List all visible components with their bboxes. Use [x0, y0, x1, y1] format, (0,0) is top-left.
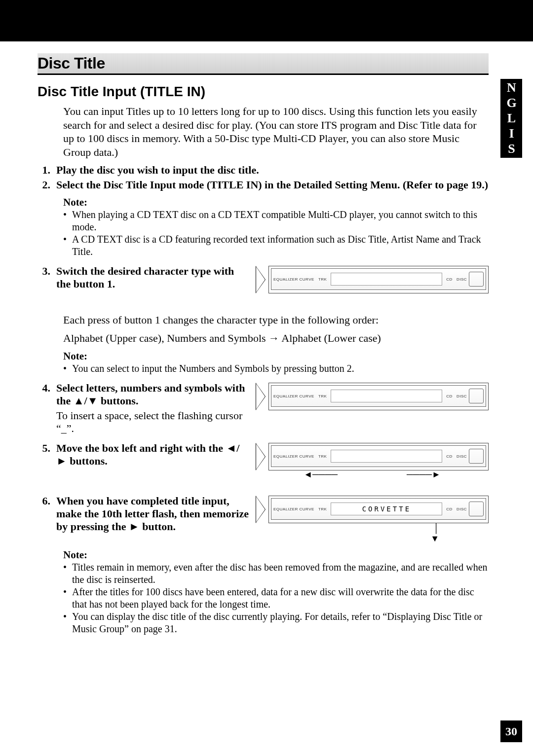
step-text: Select the Disc Title Input mode (TITLE …: [56, 179, 489, 191]
step-3-row: 3. Switch the desired character type wit…: [38, 265, 489, 293]
step-4-row: 4. Select letters, numbers and symbols w…: [38, 382, 489, 435]
device-knob: [469, 502, 484, 516]
note-text: Titles remain in memory, even after the …: [72, 561, 489, 586]
step-number: 1.: [38, 164, 50, 177]
step-number: 2.: [38, 179, 50, 191]
note-item: •You can select to input the Numbers and…: [63, 362, 489, 375]
step-3-followup-2: Alphabet (Upper case), Numbers and Symbo…: [63, 331, 489, 346]
step-6-text: When you have completed title input, mak…: [56, 495, 250, 533]
step-2: 2. Select the Disc Title Input mode (TIT…: [38, 179, 489, 191]
device-illustration-3: EQUALIZER CURVE TRK CD DISC: [256, 265, 489, 293]
left-right-arrows-icon: ◄────────►: [256, 469, 489, 480]
note-list-1: •When playing a CD TEXT disc on a CD TEX…: [63, 209, 489, 258]
cd-label: CD: [444, 507, 455, 511]
disc-label: DISC: [455, 277, 469, 282]
device-display: [331, 390, 442, 402]
device-knob: [469, 272, 484, 287]
note-item: •You can display the disc title of the d…: [63, 611, 489, 635]
pointer-icon: [256, 443, 266, 470]
step-4-subtext: To insert a space, select the flashing c…: [56, 409, 250, 435]
step-number: 3.: [38, 265, 50, 290]
note-list-2: •You can select to input the Numbers and…: [63, 362, 489, 375]
step-number: 6.: [38, 495, 50, 533]
step-3-followup-1: Each press of button 1 changes the chara…: [63, 313, 489, 327]
subsection-title: Disc Title Input (TITLE IN): [38, 84, 489, 100]
step-list: 1. Play the disc you wish to input the d…: [38, 164, 489, 191]
note-list-3: •Titles remain in memory, even after the…: [63, 561, 489, 635]
note-text: After the titles for 100 discs have been…: [72, 586, 489, 611]
pointer-icon: [256, 496, 266, 523]
device-display: [331, 273, 442, 286]
eq-label: EQUALIZER CURVE: [271, 507, 316, 511]
note-item: •A CD TEXT disc is a CD featuring record…: [63, 233, 489, 258]
step-1: 1. Play the disc you wish to input the d…: [38, 164, 489, 177]
device-display: [331, 450, 442, 463]
note-item: •After the titles for 100 discs have bee…: [63, 586, 489, 611]
step-5-text: Move the box left and right with the ◄/►…: [56, 442, 250, 468]
step-number: 5.: [38, 442, 50, 468]
note-item: •When playing a CD TEXT disc on a CD TEX…: [63, 209, 489, 233]
note-label: Note:: [63, 350, 489, 362]
step-3-text: Switch the desired character type with t…: [56, 265, 250, 290]
note-text: When playing a CD TEXT disc on a CD TEXT…: [72, 209, 489, 233]
trk-label: TRK: [316, 454, 329, 459]
step-5-row: 5. Move the box left and right with the …: [38, 442, 489, 480]
device-knob: [469, 389, 484, 403]
down-arrow-icon: │▼: [256, 523, 489, 544]
pointer-icon: [256, 383, 266, 410]
intro-paragraph: You can input Titles up to 10 letters lo…: [63, 105, 489, 159]
eq-label: EQUALIZER CURVE: [271, 454, 316, 459]
disc-label: DISC: [455, 507, 469, 511]
pointer-icon: [256, 266, 266, 293]
note-item: •Titles remain in memory, even after the…: [63, 561, 489, 586]
disc-label: DISC: [455, 394, 469, 398]
page-number: 30: [500, 720, 522, 742]
cd-label: CD: [444, 394, 455, 398]
trk-label: TRK: [316, 394, 329, 398]
step-4-text: Select letters, numbers and symbols with…: [56, 382, 250, 407]
language-tab: ENGLISH: [500, 79, 522, 158]
device-illustration-6: EQUALIZER CURVE TRK CORVETTE CD DISC │▼: [256, 495, 489, 544]
trk-label: TRK: [316, 277, 329, 282]
note-text: You can display the disc title of the di…: [72, 611, 489, 635]
page-content: Disc Title Disc Title Input (TITLE IN) Y…: [0, 41, 533, 635]
device-display: CORVETTE: [331, 503, 442, 515]
top-black-bar: [0, 0, 533, 41]
device-illustration-5: EQUALIZER CURVE TRK CD DISC ◄────────►: [256, 442, 489, 480]
note-text: A CD TEXT disc is a CD featuring recorde…: [72, 233, 489, 258]
note-label: Note:: [63, 196, 489, 209]
disc-label: DISC: [455, 454, 469, 459]
step-text: Play the disc you wish to input the disc…: [56, 164, 489, 177]
step-6-row: 6. When you have completed title input, …: [38, 495, 489, 544]
step-number: 4.: [38, 382, 50, 435]
cd-label: CD: [444, 454, 455, 459]
eq-label: EQUALIZER CURVE: [271, 277, 316, 282]
device-illustration-4: EQUALIZER CURVE TRK CD DISC: [256, 382, 489, 410]
eq-label: EQUALIZER CURVE: [271, 394, 316, 398]
trk-label: TRK: [316, 507, 329, 511]
section-header: Disc Title: [38, 53, 489, 75]
note-label: Note:: [63, 549, 489, 561]
device-knob: [469, 449, 484, 464]
note-text: You can select to input the Numbers and …: [72, 362, 354, 375]
cd-label: CD: [444, 277, 455, 282]
